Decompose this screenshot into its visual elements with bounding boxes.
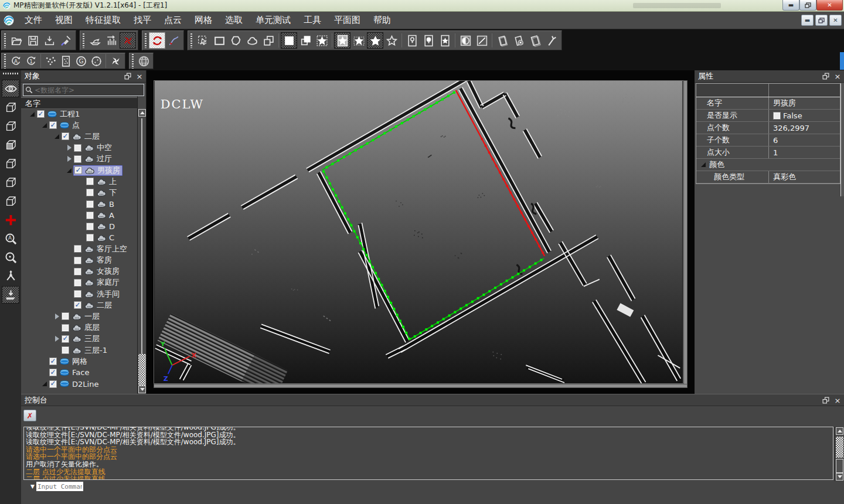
toolbar-drag-handle[interactable] xyxy=(4,33,6,48)
tree-item-工程1[interactable]: 工程1 xyxy=(21,108,137,120)
star-outline-icon[interactable] xyxy=(383,32,400,49)
menu-6[interactable]: 网格 xyxy=(188,12,219,29)
star-dashed-icon[interactable] xyxy=(314,32,330,49)
cube2-icon[interactable] xyxy=(2,117,19,135)
visibility-checkbox[interactable] xyxy=(62,312,69,320)
toolbar-drag-handle[interactable] xyxy=(190,33,193,48)
box3d-x-icon[interactable] xyxy=(511,32,527,49)
visibility-checkbox[interactable] xyxy=(62,132,69,140)
red-refresh-icon[interactable] xyxy=(149,32,165,49)
select-duplicate-icon[interactable] xyxy=(260,32,277,49)
visibility-checkbox[interactable] xyxy=(74,245,81,253)
tree-item-D[interactable]: D xyxy=(21,221,137,232)
select-rect-icon[interactable] xyxy=(211,32,227,49)
close-panel-icon[interactable]: × xyxy=(135,71,144,81)
clear-console-button[interactable]: ✗ xyxy=(23,410,36,421)
rotate-a-icon[interactable]: A xyxy=(8,54,23,68)
visibility-checkbox[interactable] xyxy=(62,346,69,354)
expand-icon[interactable] xyxy=(66,145,73,151)
doc-bulb-on-icon[interactable] xyxy=(420,32,437,49)
menu-1[interactable]: 文件 xyxy=(18,12,49,29)
property-row-点个数[interactable]: 点个数326,2997 xyxy=(696,122,840,134)
tree-scrollbar[interactable] xyxy=(137,96,146,394)
red-pinwheel-icon[interactable] xyxy=(120,32,136,49)
menu-7[interactable]: 选取 xyxy=(219,12,249,29)
menu-11[interactable]: 帮助 xyxy=(367,12,397,29)
plus-red-icon[interactable] xyxy=(2,211,19,229)
select-cursor-icon[interactable] xyxy=(195,32,211,49)
tree-item-洗手间[interactable]: 洗手间 xyxy=(21,288,137,299)
tree-item-男孩房[interactable]: 男孩房 xyxy=(21,165,137,176)
tree-item-客房[interactable]: 客房 xyxy=(21,254,137,265)
visibility-checkbox[interactable] xyxy=(74,257,81,264)
3d-viewport[interactable]: DCLW xyxy=(154,80,683,384)
property-row-名字[interactable]: 名字男孩房 xyxy=(696,97,840,110)
cube1-icon[interactable] xyxy=(2,98,19,116)
doc-scatter-icon[interactable] xyxy=(58,54,73,68)
scatter-icon[interactable] xyxy=(43,54,58,68)
tree-item-客厅上空[interactable]: 客厅上空 xyxy=(21,243,137,254)
expand-icon[interactable] xyxy=(53,336,61,342)
collapse-icon[interactable] xyxy=(53,134,61,139)
visibility-checkbox[interactable] xyxy=(37,110,45,118)
toolbar-drag-handle[interactable] xyxy=(131,53,134,69)
visibility-checkbox[interactable] xyxy=(74,279,81,287)
rotate-1-icon[interactable]: 1 xyxy=(23,54,39,68)
toolbar-overflow-strip[interactable] xyxy=(840,52,844,70)
g-circle-icon[interactable]: G xyxy=(73,54,89,68)
visibility-checkbox[interactable] xyxy=(86,223,94,230)
tree-item-下[interactable]: 下 xyxy=(21,187,137,198)
restore-button[interactable] xyxy=(799,0,816,11)
menu-5[interactable]: 点云 xyxy=(158,12,188,29)
console-scroll-thumb[interactable] xyxy=(836,437,843,458)
visibility-checkbox[interactable] xyxy=(86,189,94,196)
mdi-close-button[interactable]: ✕ xyxy=(829,15,842,26)
tree-item-家庭厅[interactable]: 家庭厅 xyxy=(21,277,137,288)
tree-item-C[interactable]: C xyxy=(21,232,137,243)
scroll-down-icon[interactable] xyxy=(138,386,146,393)
knife-icon[interactable] xyxy=(543,32,560,49)
visibility-checkbox[interactable] xyxy=(62,324,69,332)
tree-item-D2Line[interactable]: D2Line xyxy=(21,379,137,390)
fill-duplicate-icon[interactable] xyxy=(297,32,314,49)
console-scrollbar[interactable] xyxy=(835,427,844,481)
properties-scrollbar[interactable] xyxy=(840,83,844,196)
collapse-icon[interactable] xyxy=(66,168,73,173)
visibility-checkbox[interactable] xyxy=(86,234,94,241)
visibility-checkbox[interactable] xyxy=(49,380,57,388)
mdi-restore-button[interactable] xyxy=(815,15,828,26)
doc-star-icon[interactable] xyxy=(437,32,453,49)
expand-icon[interactable] xyxy=(66,156,73,162)
command-input[interactable] xyxy=(36,482,83,491)
visibility-checkbox[interactable] xyxy=(49,369,57,376)
tree-item-三层[interactable]: 三层 xyxy=(21,333,137,345)
tree-item-一层[interactable]: 一层 xyxy=(21,311,137,322)
minimize-button[interactable]: ▬ xyxy=(782,0,799,11)
collapse-icon[interactable] xyxy=(700,162,707,168)
star-filled-icon[interactable] xyxy=(367,32,383,49)
doc-bulb-icon[interactable] xyxy=(404,32,420,49)
cube3-icon[interactable] xyxy=(2,136,19,154)
menu-4[interactable]: 找平 xyxy=(127,12,158,29)
tree-item-网格[interactable]: 网格 xyxy=(21,356,137,367)
visibility-checkbox[interactable] xyxy=(86,212,94,219)
star-cut-icon[interactable] xyxy=(350,32,367,49)
collapse-icon[interactable] xyxy=(41,381,49,387)
toolbar-drag-handle[interactable] xyxy=(2,72,19,75)
visibility-checkbox[interactable] xyxy=(86,200,94,208)
zoom-a-icon[interactable]: A xyxy=(2,230,19,247)
eye-icon[interactable] xyxy=(2,80,19,97)
property-row-是否显示[interactable]: 是否显示False xyxy=(696,110,840,122)
collapse-icon[interactable] xyxy=(41,122,49,128)
visibility-checkbox[interactable] xyxy=(49,357,57,365)
flatten-icon[interactable] xyxy=(2,286,19,304)
ruler-icon[interactable] xyxy=(103,32,120,49)
close-panel-icon[interactable]: × xyxy=(833,396,842,405)
fill-rect-icon[interactable] xyxy=(281,32,297,49)
toolbar-drag-handle[interactable] xyxy=(82,33,85,48)
visibility-checkbox[interactable] xyxy=(74,166,82,174)
console-log[interactable]: 读取纹理文件[E:/SVN/DC-MP/相关资料/模型文件/wood.JPG]成… xyxy=(23,427,833,480)
cube4-icon[interactable] xyxy=(2,155,19,172)
float-panel-icon[interactable] xyxy=(123,71,132,81)
visibility-checkbox[interactable] xyxy=(74,301,81,309)
